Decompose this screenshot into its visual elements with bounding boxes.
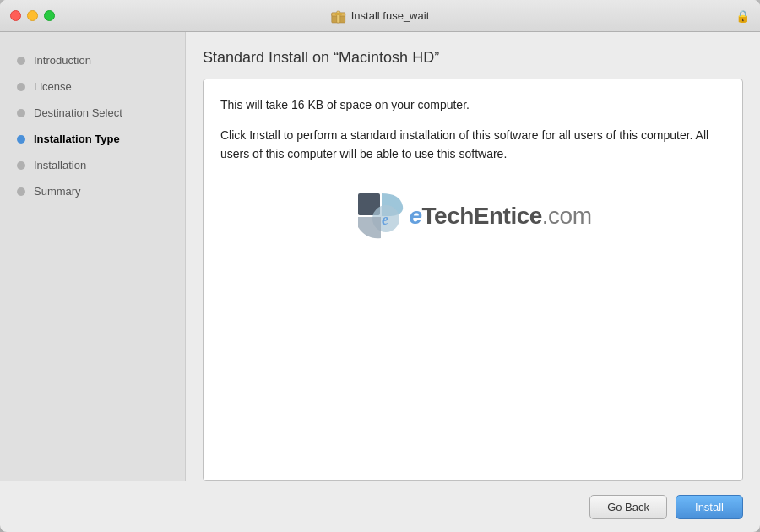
content-text-secondary: Click Install to perform a standard inst… — [220, 126, 725, 164]
content-area: Standard Install on “Macintosh HD” This … — [186, 32, 760, 481]
sidebar-label-license: License — [34, 80, 72, 93]
sidebar-label-installation: Installation — [34, 159, 86, 171]
sidebar-item-introduction[interactable]: Introduction — [0, 49, 185, 72]
sidebar-dot-license — [17, 83, 25, 91]
package-icon — [331, 8, 346, 24]
sidebar-label-destination: Destination Select — [34, 106, 122, 119]
watermark-brand-text: eTechEntice.com — [409, 203, 591, 230]
main-content: Introduction License Destination Select … — [0, 32, 760, 481]
sidebar-label-installation-type: Installation Type — [34, 133, 120, 145]
minimize-button[interactable] — [27, 10, 38, 21]
content-text-main: This will take 16 KB of space on your co… — [220, 96, 725, 114]
titlebar: Install fuse_wait 🔒 — [0, 0, 760, 32]
watermark-logo: e — [354, 189, 409, 244]
sidebar-dot-installation — [17, 161, 25, 170]
maximize-button[interactable] — [44, 10, 55, 21]
sidebar-label-summary: Summary — [34, 185, 81, 198]
sidebar: Introduction License Destination Select … — [0, 32, 186, 481]
sidebar-dot-destination — [17, 109, 25, 117]
install-button[interactable]: Install — [676, 495, 743, 519]
footer: Go Back Install — [0, 481, 760, 532]
sidebar-item-summary[interactable]: Summary — [0, 180, 185, 203]
go-back-button[interactable]: Go Back — [589, 495, 667, 519]
content-box: This will take 16 KB of space on your co… — [203, 79, 743, 481]
sidebar-item-license[interactable]: License — [0, 75, 185, 98]
titlebar-title: Install fuse_wait — [331, 8, 430, 24]
close-button[interactable] — [10, 10, 21, 21]
watermark: e eTechEntice.com — [354, 189, 591, 244]
watermark-area: e eTechEntice.com — [220, 164, 725, 252]
sidebar-dot-installation-type — [17, 135, 25, 144]
sidebar-item-destination-select[interactable]: Destination Select — [0, 101, 185, 124]
traffic-lights — [10, 10, 55, 21]
svg-text:e: e — [382, 211, 388, 228]
installer-window: Install fuse_wait 🔒 Introduction License… — [0, 0, 760, 532]
sidebar-item-installation[interactable]: Installation — [0, 154, 185, 176]
sidebar-item-installation-type[interactable]: Installation Type — [0, 128, 185, 150]
sidebar-dot-summary — [17, 187, 25, 196]
lock-icon: 🔒 — [736, 9, 750, 23]
sidebar-label-introduction: Introduction — [34, 54, 91, 67]
sidebar-dot-introduction — [17, 57, 25, 65]
content-title: Standard Install on “Macintosh HD” — [203, 49, 743, 67]
window-title: Install fuse_wait — [351, 9, 430, 22]
svg-rect-3 — [335, 13, 342, 15]
